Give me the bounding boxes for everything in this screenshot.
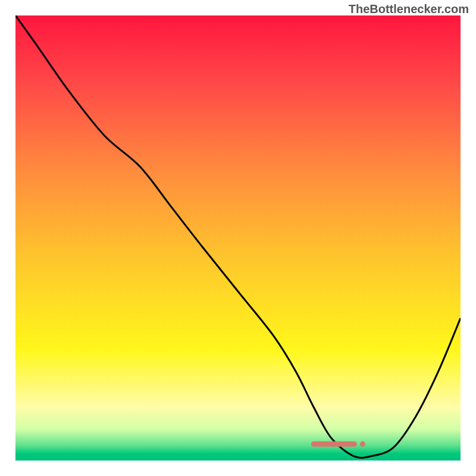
gradient-background	[15, 15, 461, 461]
chart-svg	[15, 15, 461, 461]
chart-container: TheBottlenecker.com	[0, 0, 476, 476]
svg-point-1	[360, 441, 365, 447]
watermark-text: TheBottlenecker.com	[349, 2, 469, 16]
plot-area	[15, 15, 461, 461]
